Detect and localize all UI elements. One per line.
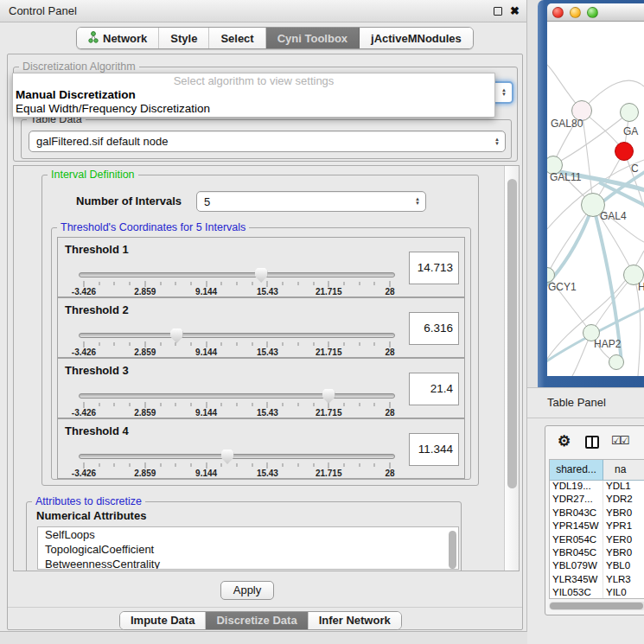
threshold-slider[interactable]: -3.4262.8599.14415.4321.71528	[79, 272, 395, 295]
select-columns-icon[interactable]: ☑☑	[611, 434, 628, 447]
table-row[interactable]: YBL079WYBL0	[550, 560, 644, 573]
tick-mark	[175, 342, 176, 346]
tick-mark	[374, 342, 375, 346]
tick-mark	[374, 403, 375, 406]
slider-ticks	[84, 341, 390, 348]
tick-mark	[175, 403, 176, 406]
table-row[interactable]: YBR043CYBR0	[550, 507, 644, 520]
zoom-traffic-light-icon[interactable]	[587, 7, 598, 18]
close-traffic-light-icon[interactable]	[552, 7, 564, 18]
tab-select[interactable]: Select	[209, 28, 265, 48]
network-canvas[interactable]: GAL80GACGAL11GAL4GCY1HHAP2	[547, 22, 644, 376]
cell-shared-name: YER054C	[550, 534, 603, 547]
table-row[interactable]: YLR345WYLR3	[550, 574, 644, 587]
tick-mark	[221, 463, 222, 467]
tick-mark	[130, 342, 131, 346]
table-row[interactable]: YPR145WYPR1	[550, 520, 644, 533]
tick-mark	[206, 402, 207, 408]
threshold-slider[interactable]: -3.4262.8599.14415.4321.71528	[79, 333, 395, 355]
tick-mark	[99, 342, 99, 346]
tick-mark	[343, 463, 344, 467]
table-data-combobox[interactable]: galFiltered.sif default node ▲▼	[29, 131, 506, 152]
apply-button[interactable]: Apply	[220, 581, 274, 600]
tick-label: -3.426	[72, 469, 96, 478]
table-row[interactable]: YER054CYER0	[550, 534, 644, 547]
number-of-intervals-combobox[interactable]: 5 ▲▼	[196, 191, 426, 212]
slider-tick-labels: -3.4262.8599.14415.4321.71528	[84, 287, 390, 296]
slider-track[interactable]	[79, 272, 395, 277]
tick-mark	[359, 342, 360, 346]
dropdown-item[interactable]: Equal Width/Frequency Discretization	[13, 102, 494, 116]
divider	[8, 607, 522, 608]
dropdown-item[interactable]: Manual Discretization	[13, 88, 494, 102]
float-window-icon[interactable]	[494, 7, 502, 16]
slider-track[interactable]	[79, 454, 395, 459]
network-node-label: GAL4	[600, 210, 627, 222]
tick-label: 21.715	[316, 348, 342, 357]
table-row[interactable]: YDR27...YDR2	[550, 494, 644, 507]
numerical-attributes-list[interactable]: SelfLoopsTopologicalCoefficientBetweenne…	[37, 526, 459, 570]
tab-jactivemnodules[interactable]: jActiveMNodules	[360, 28, 473, 48]
threshold-panel: Threshold 2-3.4262.8599.14415.4321.71528…	[57, 297, 465, 358]
network-node[interactable]	[609, 354, 624, 370]
tab-discretize-data[interactable]: Discretize Data	[206, 612, 308, 629]
tab-label: Network	[103, 32, 147, 45]
horizontal-scrollbar[interactable]	[549, 602, 644, 610]
slider-ticks	[84, 280, 390, 287]
column-header-name[interactable]: na	[603, 460, 644, 480]
tick-mark	[190, 342, 191, 346]
tab-cyni-toolbox[interactable]: Cyni Toolbox	[266, 28, 360, 48]
threshold-value-field[interactable]: 21.4	[409, 373, 459, 405]
attribute-list-item[interactable]: SelfLoops	[38, 527, 458, 542]
horizontal-scrollbar-thumb[interactable]	[550, 603, 643, 609]
network-node[interactable]	[615, 142, 634, 161]
threshold-slider[interactable]: -3.4262.8599.14415.4321.71528	[79, 454, 395, 476]
threshold-label: Threshold 2	[65, 303, 129, 316]
vertical-scrollbar[interactable]	[504, 166, 519, 571]
threshold-value-field[interactable]: 14.713	[409, 252, 459, 284]
tick-mark	[267, 402, 268, 408]
list-scrollbar-thumb[interactable]	[449, 531, 456, 569]
tab-network[interactable]: Network	[77, 28, 159, 48]
tick-label: 15.43	[257, 287, 278, 296]
table-row[interactable]: YBR045CYBR0	[550, 547, 644, 560]
cell-shared-name: YBL079W	[550, 560, 603, 573]
cell-name: YLR3	[603, 574, 644, 587]
tab-impute-data[interactable]: Impute Data	[120, 612, 206, 629]
threshold-slider[interactable]: -3.4262.8599.14415.4321.71528	[79, 393, 395, 416]
tab-style[interactable]: Style	[159, 28, 209, 48]
tick-mark	[175, 463, 176, 467]
tick-mark	[283, 342, 284, 346]
table-row[interactable]: YIL053CYIL0	[550, 587, 644, 598]
threshold-value-field[interactable]: 6.316	[409, 312, 459, 345]
tick-mark	[84, 402, 85, 408]
table-row[interactable]: YDL19...YDL1	[550, 481, 644, 494]
tick-label: 21.715	[316, 408, 342, 418]
close-icon[interactable]: ✖	[510, 3, 520, 19]
tick-label: 9.144	[195, 287, 217, 296]
minimize-traffic-light-icon[interactable]	[570, 7, 581, 18]
vertical-scrollbar-thumb[interactable]	[507, 179, 517, 488]
slider-track[interactable]	[79, 393, 395, 399]
tick-mark	[84, 341, 85, 348]
column-layout-icon[interactable]	[585, 436, 599, 449]
column-header-shared-name[interactable]: shared...	[550, 460, 603, 480]
cell-shared-name: YDL19...	[550, 481, 603, 494]
threshold-panel: Threshold 3-3.4262.8599.14415.4321.71528…	[57, 358, 465, 418]
attribute-list-item[interactable]: BetweennessCentrality	[38, 557, 458, 570]
attribute-list-item[interactable]: TopologicalCoefficient	[38, 542, 458, 557]
network-node[interactable]	[620, 103, 639, 122]
cell-name: YDR2	[603, 494, 644, 507]
tick-mark	[297, 342, 298, 346]
tick-label: 15.43	[257, 348, 278, 357]
tick-label: 9.144	[195, 348, 217, 357]
slider-track[interactable]	[79, 333, 395, 338]
node-table[interactable]: shared... na YDL19...YDL1YDR27...YDR2YBR…	[549, 459, 644, 599]
gear-icon[interactable]: ⚙	[558, 432, 571, 450]
tick-label: 2.859	[134, 469, 156, 478]
tab-infer-network[interactable]: Infer Network	[309, 612, 401, 629]
threshold-value-field[interactable]: 11.344	[409, 433, 459, 466]
network-view-window[interactable]: GAL80GACGAL11GAL4GCY1HHAP2	[538, 0, 644, 387]
network-window-titlebar[interactable]	[547, 3, 644, 22]
network-node-label: HAP2	[594, 338, 621, 350]
